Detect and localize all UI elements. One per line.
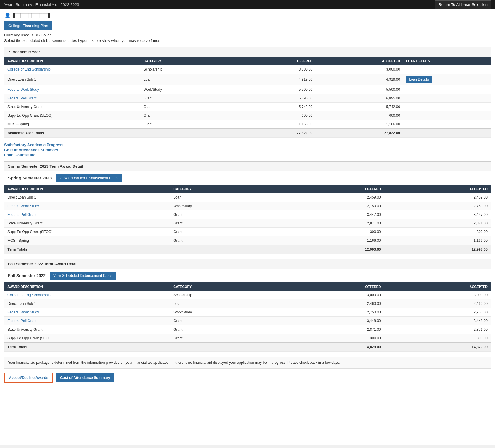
spring-col-accepted: ACCEPTED xyxy=(384,185,491,193)
table-row: MCS - Spring Grant 1,166.00 1,166.00 xyxy=(4,120,491,129)
totals-offered: 27,822.00 xyxy=(228,129,316,138)
spring-semester-panel: Spring Semester 2023 Term Award Detail S… xyxy=(4,161,491,254)
award-loan-details xyxy=(403,120,491,129)
col-loan-details: LOAN DETAILS xyxy=(403,57,491,65)
totals-label: Term Totals xyxy=(4,343,170,352)
nav-link[interactable]: Loan Counseling xyxy=(4,153,491,157)
award-description: College of Eng Scholarship xyxy=(4,291,170,299)
award-category: Grant xyxy=(170,325,277,334)
award-accepted: 2,750.00 xyxy=(384,202,491,210)
table-row: Direct Loan Sub 1 Loan 2,459.00 2,459.00 xyxy=(4,193,491,202)
award-accepted: 4,919.00 xyxy=(315,74,403,85)
spring-view-dates-button[interactable]: View Scheduled Disbursement Dates xyxy=(56,174,122,182)
bottom-buttons: Accept/Decline Awards Cost of Attendance… xyxy=(4,373,491,383)
award-accepted: 300.00 xyxy=(384,228,491,236)
award-category: Loan xyxy=(141,74,228,85)
award-category: Grant xyxy=(141,120,228,129)
fall-col-category: CATEGORY xyxy=(170,282,277,291)
award-link[interactable]: College of Eng Scholarship xyxy=(7,293,51,297)
return-to-aid-year-link[interactable]: Return To Aid Year Selection xyxy=(435,0,491,9)
award-accepted: 2,459.00 xyxy=(384,193,491,202)
award-link[interactable]: Federal Work Study xyxy=(7,88,39,92)
award-description: Federal Pell Grant xyxy=(4,210,170,219)
award-link[interactable]: Federal Pell Grant xyxy=(7,96,36,100)
col-offered: OFFERED xyxy=(228,57,316,65)
academic-year-title: Academic Year xyxy=(13,50,40,54)
page-breadcrumb: Award Summary : Financial Aid : 2022-202… xyxy=(4,2,79,7)
award-category: Grant xyxy=(141,94,228,103)
fall-semester-table: AWARD DESCRIPTION CATEGORY OFFERED ACCEP… xyxy=(4,282,491,352)
links-section: Satisfactory Academic ProgressCost of At… xyxy=(4,143,491,157)
award-offered: 4,919.00 xyxy=(228,74,316,85)
totals-blank xyxy=(141,129,228,138)
loan-details-button[interactable]: Loan Details xyxy=(406,76,432,83)
award-offered: 5,742.00 xyxy=(228,103,316,111)
totals-blank xyxy=(170,245,277,254)
award-loan-details: Loan Details xyxy=(403,74,491,85)
award-offered: 2,459.00 xyxy=(277,193,384,202)
award-link[interactable]: Federal Work Study xyxy=(7,204,39,208)
col-category: CATEGORY xyxy=(141,57,228,65)
award-loan-details xyxy=(403,85,491,94)
fall-col-description: AWARD DESCRIPTION xyxy=(4,282,170,291)
totals-label: Academic Year Totals xyxy=(4,129,141,138)
year-label: 2022-2023 xyxy=(60,2,79,7)
award-accepted: 1,166.00 xyxy=(315,120,403,129)
table-row: Supp Ed Opp Grant (SEOG) Grant 300.00 30… xyxy=(4,334,491,343)
award-description: Federal Work Study xyxy=(4,202,170,210)
fall-view-dates-button[interactable]: View Scheduled Disbursement Dates xyxy=(50,272,116,280)
footer-notice-text: Your financial aid package is determined… xyxy=(8,360,487,365)
award-category: Work/Study xyxy=(170,202,277,210)
award-offered: 2,460.00 xyxy=(277,299,384,308)
table-row: Federal Pell Grant Grant 3,447.00 3,447.… xyxy=(4,210,491,219)
award-category: Grant xyxy=(170,236,277,245)
award-category: Grant xyxy=(141,103,228,111)
award-offered: 600.00 xyxy=(228,111,316,120)
award-link[interactable]: Federal Pell Grant xyxy=(7,319,36,323)
user-icon: 👤 xyxy=(4,12,11,19)
table-row: Federal Work Study Work/Study 2,750.00 2… xyxy=(4,202,491,210)
award-description: State University Grant xyxy=(4,219,170,228)
award-link[interactable]: Federal Pell Grant xyxy=(7,213,36,217)
award-description: Federal Work Study xyxy=(4,308,170,317)
award-category: Grant xyxy=(170,210,277,219)
totals-offered: 14,829.00 xyxy=(277,343,384,352)
award-loan-details xyxy=(403,111,491,120)
award-offered: 2,871.00 xyxy=(277,219,384,228)
award-offered: 300.00 xyxy=(277,228,384,236)
collapse-icon[interactable]: ∧ xyxy=(8,50,11,54)
user-name: ████████████ xyxy=(13,13,50,18)
college-financing-plan-button[interactable]: College Financing Plan xyxy=(4,21,52,30)
accept-decline-button[interactable]: Accept/Decline Awards xyxy=(4,373,53,383)
award-offered: 6,895.00 xyxy=(228,94,316,103)
fall-col-offered: OFFERED xyxy=(277,282,384,291)
totals-row: Term Totals 14,829.00 14,829.00 xyxy=(4,343,491,352)
totals-offered: 12,993.00 xyxy=(277,245,384,254)
award-offered: 3,000.00 xyxy=(228,65,316,74)
award-accepted: 600.00 xyxy=(315,111,403,120)
totals-accepted: 27,822.00 xyxy=(315,129,403,138)
award-description: College of Eng Scholarship xyxy=(4,65,141,74)
award-category: Grant xyxy=(141,111,228,120)
award-offered: 2,750.00 xyxy=(277,308,384,317)
award-accepted: 1,166.00 xyxy=(384,236,491,245)
main-content: 👤 ████████████ College Financing Plan Cu… xyxy=(0,9,495,445)
award-offered: 2,750.00 xyxy=(277,202,384,210)
award-accepted: 2,750.00 xyxy=(384,308,491,317)
nav-link[interactable]: Cost of Attendance Summary xyxy=(4,148,491,152)
award-accepted: 2,871.00 xyxy=(384,325,491,334)
award-link[interactable]: Federal Work Study xyxy=(7,310,39,314)
nav-link[interactable]: Satisfactory Academic Progress xyxy=(4,143,491,147)
spring-col-category: CATEGORY xyxy=(170,185,277,193)
award-link[interactable]: College of Eng Scholarship xyxy=(7,67,51,71)
award-offered: 3,000.00 xyxy=(277,291,384,299)
spring-subheader: Spring Semester 2023 View Scheduled Disb… xyxy=(4,171,491,185)
col-accepted: ACCEPTED xyxy=(315,57,403,65)
award-category: Loan xyxy=(170,193,277,202)
coa-summary-button[interactable]: Cost of Attendance Summary xyxy=(56,373,114,382)
fall-subheader: Fall Semester 2022 View Scheduled Disbur… xyxy=(4,269,491,282)
award-loan-details xyxy=(403,103,491,111)
award-accepted: 3,000.00 xyxy=(384,291,491,299)
table-row: Federal Pell Grant Grant 3,448.00 3,448.… xyxy=(4,317,491,325)
award-offered: 1,166.00 xyxy=(228,120,316,129)
